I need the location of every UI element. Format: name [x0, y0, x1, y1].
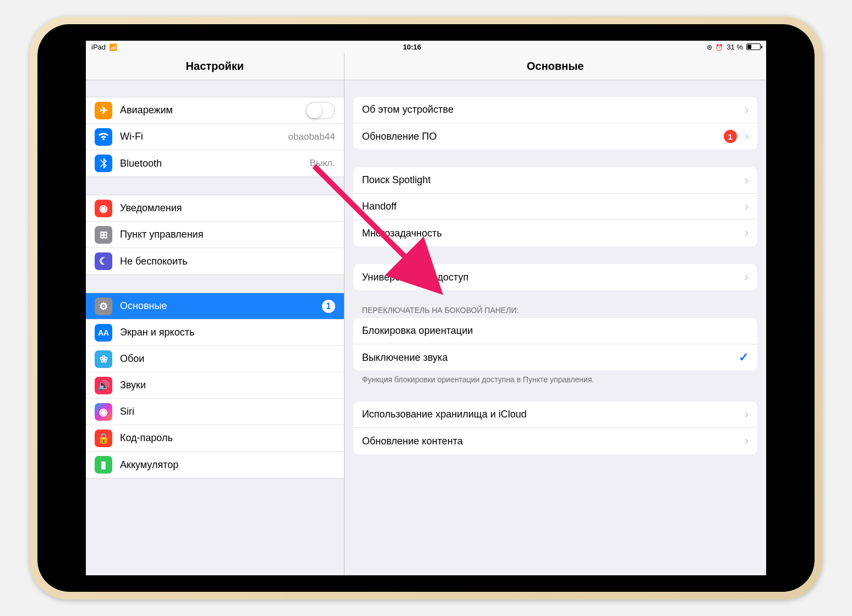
sidebar-item-label: Siri — [120, 406, 335, 417]
side-switch-footer: Функция блокировки ориентации доступна в… — [362, 375, 749, 384]
row-mute[interactable]: Выключение звука — [353, 344, 757, 371]
moon-icon: ☾ — [95, 252, 112, 270]
sidebar-item-sounds[interactable]: 🔊 Звуки — [86, 372, 344, 399]
status-time: 10:16 — [117, 43, 707, 51]
ipad-frame: iPad 10:16 31 % Настройки Основные — [30, 16, 822, 600]
chevron-icon — [745, 434, 749, 448]
status-bar: iPad 10:16 31 % — [86, 41, 766, 53]
sidebar-item-general[interactable]: ⚙ Основные 1 — [86, 293, 344, 320]
wifi-icon — [109, 43, 117, 51]
row-storage-icloud[interactable]: Использование хранилища и iCloud — [353, 402, 757, 428]
notifications-icon: ◉ — [95, 200, 112, 217]
row-label: Блокировка ориентации — [362, 325, 749, 337]
chevron-icon — [745, 103, 749, 117]
sidebar-item-label: Пункт управления — [120, 229, 335, 240]
device-label: iPad — [91, 43, 106, 51]
sidebar-item-label: Звуки — [120, 380, 335, 391]
sidebar-item-passcode[interactable]: 🔒 Код-пароль — [86, 425, 344, 452]
settings-sidebar[interactable]: ✈ Авиарежим Wi-Fi obaobab44 — [86, 80, 345, 575]
row-background-refresh[interactable]: Обновление контента — [353, 428, 757, 454]
sidebar-item-label: Экран и яркость — [120, 327, 335, 338]
row-label: Обновление контента — [362, 436, 745, 447]
sidebar-item-label: Аккумулятор — [120, 459, 335, 471]
sidebar-item-label: Wi-Fi — [120, 131, 288, 142]
general-badge: 1 — [322, 300, 335, 313]
bluetooth-icon — [95, 155, 112, 172]
sidebar-item-bluetooth[interactable]: Bluetooth Выкл. — [86, 150, 344, 177]
chevron-icon — [745, 226, 749, 240]
row-spotlight[interactable]: Поиск Spotlight — [353, 167, 757, 194]
chevron-icon — [745, 408, 749, 422]
alarm-icon — [716, 43, 723, 51]
battery-icon — [746, 43, 761, 50]
wallpaper-icon: ❀ — [95, 350, 112, 368]
control-center-icon: ⊞ — [95, 226, 112, 244]
row-handoff[interactable]: Handoff — [353, 194, 757, 220]
chevron-icon — [745, 200, 749, 214]
side-switch-header: ПЕРЕКЛЮЧАТЕЛЬ НА БОКОВОЙ ПАНЕЛИ: — [362, 306, 749, 315]
row-label: Использование хранилища и iCloud — [362, 409, 745, 420]
sidebar-item-siri[interactable]: ◉ Siri — [86, 399, 344, 425]
lock-icon: 🔒 — [95, 430, 112, 447]
row-label: Обновление ПО — [362, 131, 724, 142]
bluetooth-value: Выкл. — [310, 158, 335, 169]
row-multitasking[interactable]: Многозадачность — [353, 220, 757, 246]
sidebar-item-notifications[interactable]: ◉ Уведомления — [86, 195, 344, 222]
sidebar-item-label: Код-пароль — [120, 432, 335, 444]
row-lock-orientation[interactable]: Блокировка ориентации — [353, 318, 757, 344]
siri-icon: ◉ — [95, 403, 112, 421]
row-label: Handoff — [362, 201, 745, 212]
detail-title: Основные — [345, 53, 766, 80]
row-about[interactable]: Об этом устройстве — [353, 97, 757, 123]
sidebar-item-display[interactable]: AA Экран и яркость — [86, 320, 344, 346]
chevron-icon — [745, 129, 749, 144]
sidebar-item-control-center[interactable]: ⊞ Пункт управления — [86, 222, 344, 248]
airplane-icon: ✈ — [95, 102, 112, 119]
row-software-update[interactable]: Обновление ПО 1 — [353, 123, 757, 150]
sidebar-item-label: Авиарежим — [120, 105, 305, 116]
sidebar-item-battery[interactable]: ▮ Аккумулятор — [86, 452, 344, 478]
update-badge: 1 — [724, 130, 737, 143]
sidebar-item-dnd[interactable]: ☾ Не беспокоить — [86, 248, 344, 274]
checkmark-icon — [739, 350, 749, 365]
gear-icon: ⚙ — [95, 298, 112, 315]
wifi-settings-icon — [95, 128, 112, 146]
chevron-icon — [745, 270, 749, 284]
sidebar-item-label: Уведомления — [120, 202, 335, 214]
sidebar-title: Настройки — [86, 53, 345, 80]
row-accessibility[interactable]: Универсальный доступ — [353, 264, 757, 290]
sidebar-item-label: Основные — [120, 300, 322, 312]
wifi-network-value: obaobab44 — [288, 131, 335, 142]
screen: iPad 10:16 31 % Настройки Основные — [86, 41, 766, 575]
battery-percent: 31 % — [727, 43, 743, 51]
sidebar-item-label: Не беспокоить — [120, 256, 335, 267]
sidebar-item-label: Bluetooth — [120, 158, 310, 169]
row-label: Многозадачность — [362, 228, 745, 239]
airplane-toggle[interactable] — [305, 102, 335, 119]
display-icon: AA — [95, 324, 112, 342]
chevron-icon — [745, 173, 749, 188]
battery-settings-icon: ▮ — [95, 456, 112, 474]
detail-pane[interactable]: Об этом устройстве Обновление ПО 1 Поиск… — [345, 80, 766, 575]
sidebar-item-airplane[interactable]: ✈ Авиарежим — [86, 97, 344, 124]
orientation-lock-icon — [707, 43, 712, 51]
sidebar-item-wallpaper[interactable]: ❀ Обои — [86, 346, 344, 372]
sidebar-item-label: Обои — [120, 353, 335, 365]
row-label: Поиск Spotlight — [362, 174, 745, 186]
row-label: Об этом устройстве — [362, 104, 745, 116]
sounds-icon: 🔊 — [95, 377, 112, 394]
row-label: Выключение звука — [362, 352, 739, 364]
sidebar-item-wifi[interactable]: Wi-Fi obaobab44 — [86, 124, 344, 150]
row-label: Универсальный доступ — [362, 272, 745, 283]
